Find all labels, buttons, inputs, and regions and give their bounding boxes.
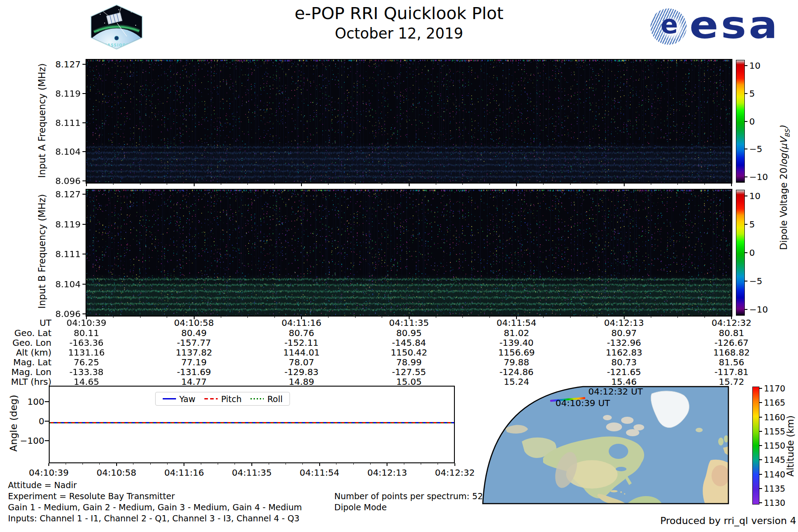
angle-minor-tick [336,463,336,465]
ephemeris-cell: -127.55 [372,367,447,377]
dipole-label-math: log(μV [778,137,789,168]
altitude-cbar-tick-label: 1160 [764,412,785,422]
time-minor-tick-a [597,184,597,185]
time-tick-mark-a [409,184,410,186]
time-tick-mark-a [86,184,87,186]
yaw-line-sample-icon [163,398,176,399]
freq-tick-label-b: 8.119 [52,219,81,230]
freq-tick-label-a: 8.096 [52,176,81,186]
dipole-cbar-tick-mark [745,176,747,177]
altitude-cbar-tick-mark [759,502,762,503]
ephemeris-cell: 80.95 [372,328,447,338]
ephemeris-cell: 04:12:32 [694,317,769,328]
angle-xtick-mark [48,463,49,466]
time-minor-tick-a [704,184,705,185]
ephemeris-cell: 15.46 [587,376,662,387]
map-sahara [712,465,729,486]
patch-mission-name: CASSIOPE [104,43,129,47]
time-minor-tick-a [489,184,490,185]
ephemeris-cell: 15.24 [479,376,554,387]
ephemeris-cell: 1168.82 [694,347,769,358]
cassiope-patch-art: CASSIOPE [91,5,142,49]
produced-by-note: Produced by rri_ql version 4 [621,515,796,526]
ephemeris-cell: 81.56 [694,357,769,368]
spectrogram-a-canvas [86,60,732,183]
freq-tick-mark-a [82,180,86,181]
angle-minor-tick [150,463,151,465]
spectrogram-b-canvas [86,190,732,316]
freq-tick-mark-b [82,284,86,285]
dipole-cbar-tick-mark [745,224,747,225]
dipole-cbar-tick-mark [745,196,747,196]
freq-tick-mark-a [82,151,86,152]
angle-minor-tick [438,463,438,465]
altitude-cbar-tick-label: 1140 [764,469,785,479]
dipole-cbar-tick-mark [745,281,747,282]
dipole-cbar-tick-label: 10 [749,191,760,201]
angle-ytick-mark [45,401,49,402]
angle-minor-tick [66,463,66,465]
freq-tick-label-a: 8.119 [52,88,81,99]
freq-tick-label-a: 8.104 [52,146,81,157]
dipole-cbar-tick-mark [745,252,747,253]
pitch-line-sample-icon [204,398,218,399]
dipole-cbar-tick-label: 0 [749,116,755,127]
ephemeris-row-label: UT [0,317,51,328]
freq-tick-mark-b [82,254,86,254]
ephemeris-cell: 14.89 [264,376,339,387]
angle-xtick-mark [251,463,252,466]
map-hudson-bay [609,444,628,459]
map-iceland [696,428,703,432]
time-minor-tick-a [677,184,678,185]
dipole-cbar-tick-label: −5 [749,276,762,286]
time-minor-tick-a [247,184,248,185]
time-minor-tick-a [328,184,329,185]
dipole-cbar-tick-label: −5 [749,144,762,154]
angle-xtick-label: 04:11:35 [225,467,278,478]
angle-xtick-mark [116,463,117,466]
ephemeris-cell: 04:11:35 [372,317,447,328]
ephemeris-cell: 78.07 [264,357,339,368]
ephemeris-cell: 1131.16 [49,347,124,358]
freq-tick-label-a: 8.111 [52,117,81,128]
angle-minor-tick [286,463,286,465]
legend-entry-roll: Roll [250,394,283,404]
footer-gains: Gain 1 - Medium, Gain 2 - Medium, Gain 3… [8,502,302,512]
ephemeris-cell: -124.86 [479,367,554,377]
freq-tick-label-b: 8.127 [52,189,81,200]
roll-line [50,422,454,423]
ephemeris-cell: -152.11 [264,337,339,348]
altitude-cbar-tick-label: 1130 [764,498,785,508]
angle-xtick-label: 04:12:13 [360,467,414,478]
ephemeris-cell: 04:11:54 [479,317,554,328]
freq-tick-mark-a [82,122,86,123]
spectrogram-b-frame [86,189,732,317]
angle-minor-tick [99,463,100,465]
altitude-cbar-tick-label: 1150 [764,441,785,450]
legend-label: Roll [267,394,283,404]
ephemeris-cell: 80.11 [49,328,124,338]
time-minor-tick-a [221,184,221,185]
angle-ytick-label: 100 [17,396,44,407]
dipole-label-suffix: ) [778,126,789,129]
time-minor-tick-b [355,317,356,318]
freq-tick-mark-b [82,313,86,314]
angle-minor-tick [167,463,168,465]
cassiope-mission-patch: CASSIOPE [90,4,143,50]
ephemeris-cell: 1156.69 [479,347,554,358]
angle-xtick-mark [454,463,455,466]
ephemeris-row-label: Geo. Lat [0,328,51,338]
ephemeris-cell: -163.36 [49,337,124,348]
dipole-cbar-tick-mark [745,93,747,94]
altitude-cbar-tick-mark [759,445,762,446]
spectrogram-a-frame [86,59,732,184]
altitude-cbar-tick-mark [759,431,762,432]
angle-ytick-label: −100 [17,435,44,446]
footer-attitude: Attitude = Nadir [8,480,77,490]
legend-entry-pitch: Pitch [204,394,242,404]
ephemeris-cell: 04:11:16 [264,317,339,328]
ephemeris-cell: 14.65 [49,376,124,387]
angle-minor-tick [370,463,371,465]
page-title: e-POP RRI Quicklook Plot [200,4,598,23]
esa-logo-wordmark: esa [689,6,780,44]
